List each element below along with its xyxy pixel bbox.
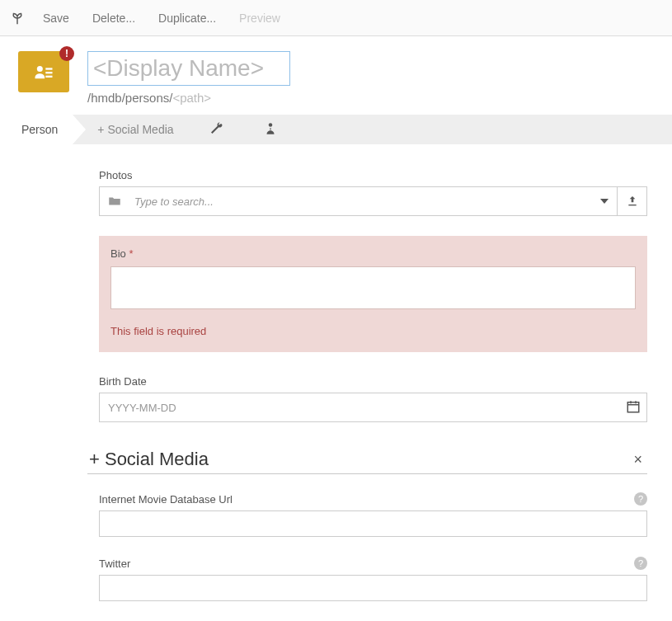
social-media-remove-button[interactable]: × [630, 451, 646, 468]
photos-field: Photos [99, 169, 647, 216]
twitter-help-icon[interactable]: ? [634, 557, 647, 570]
svg-rect-1 [45, 68, 52, 69]
preview-button: Preview [239, 12, 280, 25]
birth-date-field: Birth Date [99, 375, 647, 422]
tab-social-media[interactable]: + Social Media [73, 115, 188, 144]
bio-field: Bio * This field is required [99, 236, 647, 352]
svg-point-0 [37, 66, 43, 72]
title-area: /hmdb/persons/<path> [87, 51, 654, 105]
photos-upload-button[interactable] [618, 186, 647, 216]
imdb-input[interactable] [99, 510, 647, 537]
photos-label: Photos [99, 169, 647, 181]
step-tabs: Person + Social Media [0, 115, 672, 144]
svg-point-4 [268, 123, 272, 127]
delete-button[interactable]: Delete... [92, 12, 135, 25]
tab-person-label: Person [21, 123, 58, 136]
calendar-button[interactable] [626, 399, 641, 416]
twitter-label: Twitter ? [99, 557, 647, 570]
path-placeholder: <path> [172, 91, 211, 105]
imdb-label: Internet Movie Database Url ? [99, 492, 647, 506]
twitter-input[interactable] [99, 575, 647, 601]
duplicate-button[interactable]: Duplicate... [158, 12, 216, 25]
form-body: Photos Bio * This field is required B [0, 144, 672, 601]
top-toolbar: Save Delete... Duplicate... Preview [0, 0, 672, 36]
content-header: ! /hmdb/persons/<path> [0, 36, 672, 115]
person-tie-icon [263, 121, 278, 136]
content-path: /hmdb/persons/<path> [87, 91, 654, 105]
photos-selector[interactable] [99, 186, 618, 216]
social-media-section-title: + Social Media [89, 449, 630, 470]
twitter-field: Twitter ? [99, 557, 647, 601]
photos-dropdown-toggle[interactable] [592, 199, 617, 204]
folder-icon [100, 194, 129, 209]
svg-rect-3 [45, 76, 52, 78]
social-media-section-header: + Social Media × [87, 449, 647, 474]
bio-textarea[interactable] [110, 266, 636, 309]
birth-date-input[interactable] [99, 393, 647, 422]
tab-person[interactable]: Person [0, 115, 73, 144]
save-button[interactable]: Save [43, 12, 69, 25]
display-name-input[interactable] [87, 51, 290, 86]
tab-settings[interactable] [189, 121, 243, 139]
tab-permissions[interactable] [243, 121, 298, 139]
triangle-down-icon [600, 199, 609, 204]
svg-rect-6 [627, 402, 639, 412]
imdb-help-icon[interactable]: ? [634, 492, 647, 506]
svg-rect-5 [628, 205, 636, 205]
validation-badge-icon: ! [59, 46, 74, 61]
bio-error-message: This field is required [110, 325, 636, 337]
calendar-icon [626, 399, 641, 414]
svg-rect-2 [45, 72, 52, 73]
photos-search-input[interactable] [129, 195, 592, 208]
tab-social-label: + Social Media [97, 123, 173, 136]
wrench-icon [209, 121, 223, 136]
required-indicator: * [129, 247, 133, 260]
content-icon-wrap: ! [18, 51, 69, 92]
upload-icon [626, 195, 639, 208]
path-prefix: /hmdb/persons/ [87, 91, 172, 105]
imdb-field: Internet Movie Database Url ? [99, 492, 647, 537]
birth-date-label: Birth Date [99, 375, 647, 388]
app-logo-icon [8, 8, 28, 28]
bio-label: Bio * [110, 247, 636, 260]
